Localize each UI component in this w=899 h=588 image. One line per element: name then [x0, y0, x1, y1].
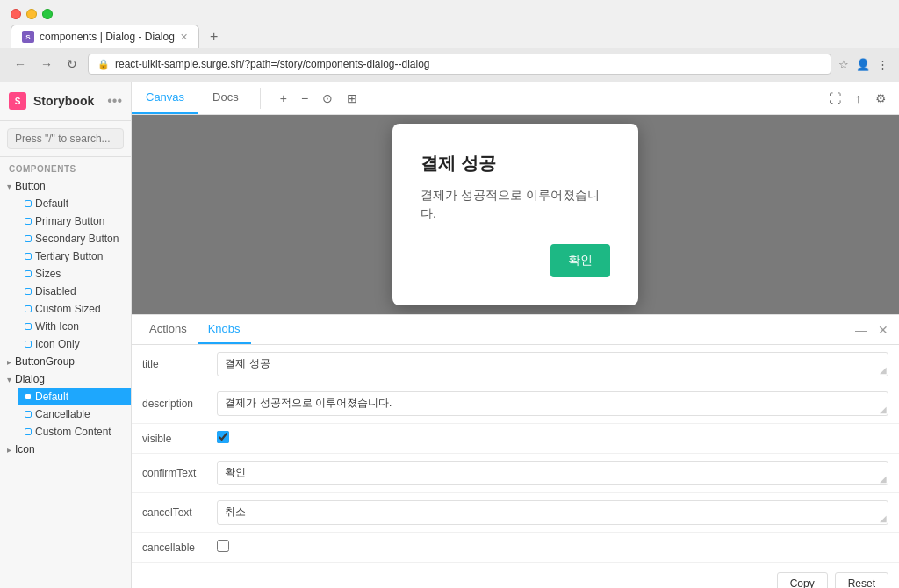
knob-input-description[interactable] — [217, 391, 888, 416]
tab-canvas[interactable]: Canvas — [132, 82, 198, 114]
nav-item-icon — [25, 235, 32, 242]
sidebar-item-default-label: Default — [35, 197, 68, 210]
main: Canvas Docs + − ⊙ ⊞ ⛶ ↑ ⚙ 결제 성공 결제가 성공적으… — [132, 82, 899, 588]
dialog-children: Default Cancellable Custom Content — [0, 388, 131, 441]
sidebar-item-sizes[interactable]: Sizes — [18, 265, 131, 283]
browser-chrome: S components | Dialog - Dialog ✕ + ← → ↻… — [0, 0, 899, 82]
sidebar-item-primary-button[interactable]: Primary Button — [18, 212, 131, 230]
nav-group-icon-label: Icon — [15, 443, 35, 455]
bookmark-button[interactable]: ☆ — [838, 58, 849, 71]
forward-button[interactable]: → — [37, 55, 56, 73]
tab-bar: S components | Dialog - Dialog ✕ + — [0, 19, 899, 48]
sidebar-item-tertiary-button[interactable]: Tertiary Button — [18, 247, 131, 265]
sidebar-item-default[interactable]: Default — [18, 195, 131, 212]
new-tab-button[interactable]: + — [203, 29, 225, 45]
grid-button[interactable]: ⊞ — [342, 86, 363, 111]
knobs-table: title ◢ description — [132, 345, 899, 563]
button-children: Default Primary Button Secondary Button … — [0, 195, 131, 353]
nav-group-dialog-header[interactable]: ▾ Dialog — [0, 370, 131, 388]
nav-group-button-label: Button — [15, 180, 46, 192]
browser-tab[interactable]: S components | Dialog - Dialog ✕ — [11, 25, 199, 48]
reset-button[interactable]: Reset — [835, 572, 888, 588]
knob-value-cancellable — [206, 533, 899, 563]
toolbar: Canvas Docs + − ⊙ ⊞ ⛶ ↑ ⚙ — [132, 82, 899, 115]
toolbar-divider — [260, 88, 261, 109]
nav-item-icon — [25, 393, 32, 400]
lock-icon: 🔒 — [97, 59, 110, 70]
search-input[interactable] — [7, 128, 124, 149]
tab-knobs[interactable]: Knobs — [198, 315, 251, 344]
fullscreen-traffic-light[interactable] — [42, 9, 53, 19]
sidebar-item-cancellable[interactable]: Cancellable — [18, 405, 131, 423]
zoom-in-button[interactable]: + — [275, 86, 292, 111]
components-section-label: COMPONENTS — [0, 157, 131, 177]
sidebar-item-custom-sized-label: Custom Sized — [35, 303, 101, 315]
nav-item-icon — [25, 428, 32, 435]
bottom-tab-actions: — ✕ — [852, 319, 892, 341]
minimize-traffic-light[interactable] — [26, 9, 37, 19]
knob-checkbox-cancellable[interactable] — [217, 540, 229, 552]
sidebar-item-sizes-label: Sizes — [35, 268, 61, 280]
sidebar-item-tertiary-button-label: Tertiary Button — [35, 250, 103, 262]
knob-input-wrapper-confirm-text: ◢ — [217, 461, 888, 485]
zoom-out-button[interactable]: − — [296, 86, 313, 111]
resize-handle-icon: ◢ — [880, 405, 887, 414]
profile-button[interactable]: 👤 — [856, 58, 870, 71]
sidebar-item-custom-content[interactable]: Custom Content — [18, 423, 131, 441]
nav-group-button-group-label: ButtonGroup — [15, 355, 75, 368]
storybook-logo: S — [9, 92, 26, 110]
knob-input-title[interactable] — [217, 352, 888, 376]
sidebar-item-icon-only[interactable]: Icon Only — [18, 335, 131, 353]
knob-label-title: title — [132, 345, 206, 384]
minimize-panel-button[interactable]: — — [852, 319, 871, 341]
address-input[interactable]: 🔒 react-uikit-sample.surge.sh/?path=/sto… — [88, 54, 831, 75]
fullscreen-button[interactable]: ⛶ — [823, 86, 846, 111]
address-text: react-uikit-sample.surge.sh/?path=/story… — [115, 58, 822, 70]
nav-item-icon — [25, 305, 32, 312]
toolbar-tabs: Canvas Docs — [132, 82, 253, 114]
sidebar-item-disabled-label: Disabled — [35, 285, 76, 298]
canvas-area: 결제 성공 결제가 성공적으로 이루어졌습니다. 확인 — [132, 115, 899, 314]
dialog-confirm-button[interactable]: 확인 — [550, 244, 610, 277]
knob-input-cancel-text[interactable] — [217, 500, 888, 525]
refresh-button[interactable]: ↻ — [63, 55, 81, 73]
knob-input-confirm-text[interactable] — [217, 461, 888, 485]
nav-item-icon — [25, 341, 32, 348]
sidebar-item-disabled[interactable]: Disabled — [18, 283, 131, 300]
zoom-reset-button[interactable]: ⊙ — [317, 86, 338, 111]
app: S Storybook ••• COMPONENTS ▾ Button Defa… — [0, 82, 899, 588]
close-traffic-light[interactable] — [11, 9, 21, 19]
bottom-tabs: Actions Knobs — ✕ — [132, 315, 899, 345]
sidebar-item-custom-sized[interactable]: Custom Sized — [18, 300, 131, 318]
settings-button[interactable]: ⚙ — [870, 86, 892, 111]
nav-group-button-group: ▸ ButtonGroup — [0, 353, 131, 370]
copy-button[interactable]: Copy — [777, 572, 828, 588]
knob-label-confirm-text: confirmText — [132, 454, 206, 493]
nav-group-dialog: ▾ Dialog Default Cancellable Custom Cont… — [0, 370, 131, 441]
sidebar-item-with-icon[interactable]: With Icon — [18, 318, 131, 335]
knob-input-wrapper-title: ◢ — [217, 352, 888, 376]
chevron-right-icon: ▸ — [7, 357, 11, 367]
back-button[interactable]: ← — [11, 55, 30, 73]
knob-checkbox-visible[interactable] — [217, 431, 229, 443]
tab-actions[interactable]: Actions — [139, 315, 198, 344]
nav-group-dialog-label: Dialog — [15, 373, 45, 385]
sidebar: S Storybook ••• COMPONENTS ▾ Button Defa… — [0, 82, 132, 588]
sidebar-item-custom-content-label: Custom Content — [35, 426, 111, 438]
share-button[interactable]: ↑ — [850, 86, 867, 111]
tab-docs[interactable]: Docs — [198, 82, 253, 114]
sidebar-header: S Storybook ••• — [0, 82, 131, 121]
sidebar-item-secondary-button[interactable]: Secondary Button — [18, 230, 131, 247]
close-panel-button[interactable]: ✕ — [874, 319, 892, 341]
sidebar-item-dialog-default[interactable]: Default — [18, 388, 131, 405]
sidebar-menu-button[interactable]: ••• — [107, 93, 122, 109]
knob-label-description: description — [132, 384, 206, 424]
tab-close-button[interactable]: ✕ — [180, 32, 188, 43]
nav-group-icon-header[interactable]: ▸ Icon — [0, 441, 131, 458]
nav-group-button-header[interactable]: ▾ Button — [0, 177, 131, 195]
nav-group-button-group-header[interactable]: ▸ ButtonGroup — [0, 353, 131, 370]
sidebar-item-cancellable-label: Cancellable — [35, 408, 90, 420]
knob-row-cancel-text: cancelText ◢ — [132, 493, 899, 533]
menu-button[interactable]: ⋮ — [877, 58, 888, 71]
knob-row-title: title ◢ — [132, 345, 899, 384]
